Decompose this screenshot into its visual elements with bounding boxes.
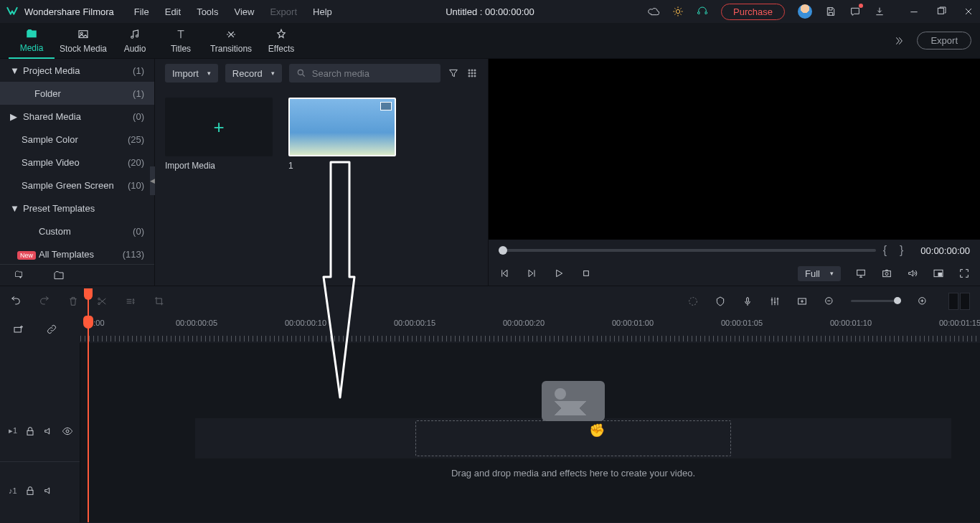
lock-icon[interactable]	[24, 425, 36, 437]
media-clip-1[interactable]: 1	[288, 98, 396, 171]
zoom-slider[interactable]	[851, 300, 901, 302]
preview-timecode: 00:00:00:00	[920, 245, 970, 256]
cloud-icon[interactable]	[648, 6, 659, 17]
video-track-header[interactable]: ▸1	[0, 400, 80, 461]
fullscreen-icon[interactable]	[958, 268, 970, 279]
sidebar-preset-templates[interactable]: ▼Preset Templates	[0, 197, 154, 220]
tab-transitions[interactable]: Transitions	[204, 28, 258, 54]
mute-icon-2[interactable]	[43, 485, 55, 496]
sidebar-sample-green-count: (10)	[128, 180, 144, 191]
menu-tools[interactable]: Tools	[197, 6, 218, 17]
drop-zone-text: Drag and drop media and effects here to …	[195, 468, 951, 479]
tab-effects[interactable]: Effects	[258, 28, 304, 54]
maximize-icon[interactable]	[936, 6, 947, 17]
step-back-icon[interactable]	[526, 268, 537, 279]
record-dropdown[interactable]: Record▾	[225, 64, 282, 83]
sidebar-shared-media[interactable]: ▶Shared Media (0)	[0, 105, 154, 128]
sidebar-project-media[interactable]: ▼Project Media (1)	[0, 59, 154, 82]
svg-rect-16	[883, 271, 891, 277]
undo-icon[interactable]	[10, 296, 22, 307]
delete-icon[interactable]	[67, 296, 79, 307]
svg-point-8	[468, 72, 470, 74]
display-icon[interactable]	[855, 268, 867, 279]
playhead[interactable]	[88, 288, 89, 522]
edit-icon[interactable]	[125, 296, 136, 307]
add-track-icon[interactable]	[13, 324, 24, 335]
search-input[interactable]	[312, 68, 433, 79]
svg-point-11	[468, 75, 470, 77]
snapshot-icon[interactable]	[881, 268, 892, 279]
svg-point-29	[66, 430, 69, 433]
sidebar-folder[interactable]: Folder (1)	[0, 82, 154, 105]
audio-mixer-icon[interactable]	[769, 296, 781, 307]
mark-out-icon[interactable]: }	[900, 244, 903, 257]
redo-icon[interactable]	[39, 296, 50, 307]
crop-icon[interactable]	[154, 296, 165, 307]
import-media-tile[interactable]: + Import Media	[165, 98, 273, 171]
zoom-fit-icon[interactable]	[948, 293, 970, 310]
title-right: Purchase	[648, 4, 974, 20]
collapse-handle[interactable]: ◀	[150, 166, 155, 195]
preview-quality-dropdown[interactable]: Full▾	[798, 266, 841, 281]
tips-icon[interactable]	[672, 6, 684, 17]
timeline-canvas[interactable]: ✊ Drag and drop media and effects here t…	[80, 343, 980, 522]
menu-file[interactable]: File	[134, 6, 149, 17]
more-tabs-icon[interactable]	[892, 35, 904, 47]
sidebar-sample-green[interactable]: Sample Green Screen (10)	[0, 174, 154, 197]
sidebar-sample-color[interactable]: Sample Color (25)	[0, 128, 154, 151]
timeline-ruler[interactable]: 00:00 00:00:00:05 00:00:00:10 00:00:00:1…	[80, 316, 980, 343]
add-marker-icon[interactable]	[796, 296, 808, 307]
play-icon[interactable]	[553, 268, 565, 279]
close-icon[interactable]	[963, 6, 974, 17]
mute-icon[interactable]	[43, 425, 55, 437]
sidebar-custom[interactable]: Custom (0)	[0, 220, 154, 242]
sidebar-all-templates[interactable]: NewAll Templates (113)	[0, 242, 154, 264]
menu-view[interactable]: View	[234, 6, 254, 17]
save-icon[interactable]	[825, 6, 837, 17]
link-icon[interactable]	[46, 324, 57, 335]
split-icon[interactable]	[96, 296, 108, 307]
sidebar-bottom	[0, 264, 154, 286]
mark-in-icon[interactable]: {	[883, 244, 887, 257]
prev-frame-icon[interactable]	[499, 268, 510, 279]
tab-audio[interactable]: Audio	[112, 28, 158, 54]
audio-track-header[interactable]: ♪1	[0, 461, 80, 519]
download-icon[interactable]	[874, 6, 885, 17]
search-media[interactable]	[289, 64, 440, 83]
user-avatar[interactable]	[798, 4, 812, 19]
new-folder-icon[interactable]	[14, 270, 26, 281]
import-dropdown[interactable]: Import▾	[165, 64, 218, 83]
volume-icon[interactable]	[907, 268, 918, 279]
preview-seek-bar[interactable]	[499, 249, 876, 252]
marker-icon[interactable]	[715, 296, 726, 307]
zoom-out-icon[interactable]	[824, 296, 835, 307]
preview-video[interactable]	[489, 59, 980, 240]
menu-edit[interactable]: Edit	[165, 6, 181, 17]
svg-point-17	[885, 273, 888, 275]
svg-point-10	[474, 72, 476, 74]
tab-titles[interactable]: Titles	[158, 28, 204, 54]
drop-zone[interactable]: ✊ Drag and drop media and effects here t…	[195, 420, 951, 479]
ruler-tc-4: 00:00:00:20	[503, 319, 545, 327]
pip-icon[interactable]	[933, 268, 944, 279]
tab-media[interactable]: Media	[9, 23, 55, 59]
zoom-in-icon[interactable]	[917, 296, 928, 307]
menu-export[interactable]: Export	[270, 6, 297, 17]
stop-icon[interactable]	[580, 268, 592, 279]
lock-icon-2[interactable]	[24, 485, 36, 496]
folder-icon[interactable]	[53, 270, 65, 281]
render-icon[interactable]	[687, 296, 699, 307]
menu-help[interactable]: Help	[313, 6, 332, 17]
message-icon[interactable]	[849, 6, 861, 17]
support-icon[interactable]	[697, 6, 708, 17]
filter-icon[interactable]	[448, 67, 459, 79]
grid-view-icon[interactable]	[466, 67, 478, 79]
tab-stock-media[interactable]: Stock Media	[55, 28, 112, 54]
sidebar-sample-video[interactable]: Sample Video (20)	[0, 151, 154, 174]
voiceover-icon[interactable]	[742, 296, 753, 307]
visibility-icon[interactable]	[62, 425, 73, 437]
purchase-button[interactable]: Purchase	[721, 4, 785, 20]
export-button[interactable]: Export	[917, 32, 971, 50]
minimize-icon[interactable]	[908, 6, 920, 17]
tab-audio-label: Audio	[124, 44, 146, 54]
